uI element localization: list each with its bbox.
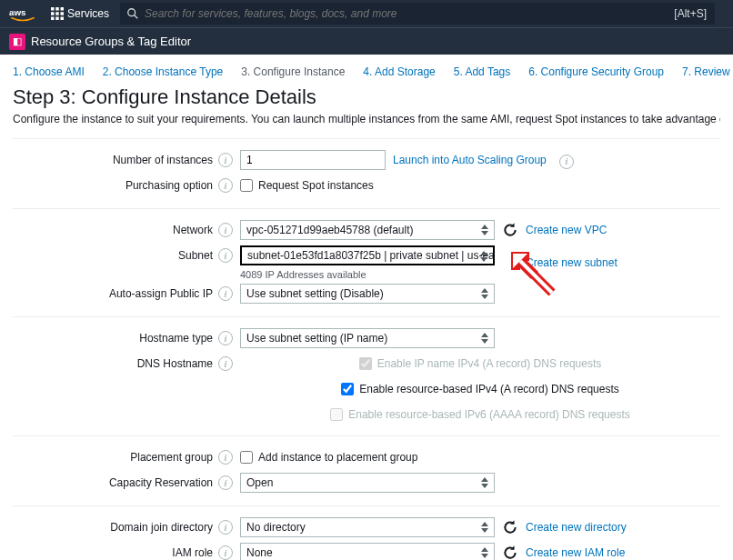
search-icon (126, 7, 139, 20)
info-icon[interactable]: i (559, 155, 574, 169)
info-icon[interactable]: i (218, 356, 233, 371)
wizard-step-1[interactable]: 1. Choose AMI (13, 65, 85, 78)
svg-rect-1 (51, 7, 55, 11)
svg-rect-4 (51, 12, 55, 15)
network-select[interactable]: vpc-051271d99aeb45788 (default) (240, 220, 495, 240)
wizard-step-6[interactable]: 6. Configure Security Group (528, 65, 664, 78)
create-directory-link[interactable]: Create new directory (526, 521, 627, 534)
spot-checkbox-label: Request Spot instances (258, 179, 374, 192)
dnshost-label: DNS Hostname (13, 354, 213, 370)
placement-checkbox[interactable] (240, 451, 253, 464)
placement-checkbox-wrap[interactable]: Add instance to placement group (240, 447, 417, 467)
global-search[interactable]: [Alt+S] (120, 3, 715, 25)
wizard-step-2[interactable]: 2. Choose Instance Type (103, 65, 224, 78)
spot-checkbox[interactable] (240, 179, 253, 192)
page-title: Step 3: Configure Instance Details (13, 85, 720, 109)
dns-opt1-label: Enable IP name IPv4 (A record) DNS reque… (377, 357, 602, 370)
aws-logo: aws (9, 5, 36, 22)
svg-point-10 (128, 9, 136, 16)
svg-text:aws: aws (9, 7, 26, 17)
create-iam-link[interactable]: Create new IAM role (526, 546, 625, 559)
dns-opt3-wrap: Enable resource-based IPv6 (AAAA record)… (330, 405, 629, 425)
svg-rect-6 (61, 12, 65, 15)
dns-opt3-checkbox (330, 408, 343, 421)
autoip-label: Auto-assign Public IP (13, 284, 213, 300)
wizard-step-5[interactable]: 5. Add Tags (454, 65, 511, 78)
placement-label: Placement group (13, 447, 213, 464)
autoip-select[interactable]: Use subnet setting (Disable) (240, 284, 495, 304)
purchasing-label: Purchasing option (13, 175, 213, 192)
iam-label: IAM role (13, 543, 213, 559)
network-label: Network (13, 220, 213, 236)
dns-opt2-checkbox[interactable] (341, 383, 354, 395)
info-icon[interactable]: i (218, 286, 233, 301)
info-icon[interactable]: i (218, 248, 233, 263)
dns-opt1-checkbox (359, 357, 372, 370)
resource-groups-icon: ◧ (9, 34, 25, 50)
refresh-icon[interactable] (502, 222, 518, 238)
subnet-select[interactable]: subnet-01e53fd1a8037f25b | private subne… (240, 245, 495, 265)
refresh-icon[interactable] (502, 519, 518, 535)
create-subnet-link[interactable]: Create new subnet (526, 256, 618, 269)
info-icon[interactable]: i (218, 475, 233, 490)
dns-opt2-wrap[interactable]: Enable resource-based IPv4 (A record) DN… (341, 379, 618, 399)
info-icon[interactable]: i (218, 153, 233, 167)
subnet-hint: 4089 IP Addresses available (240, 269, 495, 280)
wizard-step-3[interactable]: 3. Configure Instance (241, 65, 345, 78)
page-description: Configure the instance to suit your requ… (13, 113, 720, 125)
info-icon[interactable]: i (218, 520, 233, 535)
svg-rect-2 (55, 7, 59, 11)
info-icon[interactable]: i (218, 178, 233, 193)
spot-checkbox-wrap[interactable]: Request Spot instances (240, 175, 374, 195)
asg-link[interactable]: Launch into Auto Scaling Group (393, 154, 547, 166)
create-vpc-link[interactable]: Create new VPC (526, 224, 607, 236)
svg-rect-7 (51, 17, 55, 21)
num-instances-input[interactable] (240, 150, 386, 170)
global-nav: aws Services [Alt+S] (0, 0, 733, 27)
capres-select[interactable]: Open (240, 473, 495, 493)
hostname-label: Hostname type (13, 328, 213, 345)
main-content: Step 3: Configure Instance Details Confi… (0, 85, 733, 560)
service-subnav: ◧ Resource Groups & Tag Editor (0, 27, 733, 55)
capres-label: Capacity Reservation (13, 473, 213, 489)
subnet-label: Subnet (13, 245, 213, 262)
services-label: Services (67, 7, 109, 20)
iam-select[interactable]: None (240, 543, 495, 560)
wizard-step-7[interactable]: 7. Review (682, 65, 730, 78)
svg-rect-9 (61, 17, 65, 21)
svg-rect-8 (55, 17, 59, 21)
grid-icon (51, 7, 64, 20)
search-shortcut: [Alt+S] (674, 7, 707, 20)
refresh-icon[interactable] (502, 545, 518, 560)
dns-opt2-label: Enable resource-based IPv4 (A record) DN… (359, 383, 618, 395)
subnav-title: Resource Groups & Tag Editor (31, 35, 191, 48)
search-input[interactable] (145, 7, 674, 20)
svg-line-11 (135, 15, 138, 19)
svg-rect-3 (61, 7, 65, 11)
wizard-steps: 1. Choose AMI 2. Choose Instance Type 3.… (0, 55, 733, 85)
info-icon[interactable]: i (218, 545, 233, 560)
placement-checkbox-label: Add instance to placement group (258, 451, 417, 464)
dns-opt1-wrap: Enable IP name IPv4 (A record) DNS reque… (359, 354, 602, 374)
info-icon[interactable]: i (218, 450, 233, 465)
info-icon[interactable]: i (218, 223, 233, 237)
num-instances-label: Number of instances (13, 150, 213, 166)
svg-rect-5 (55, 12, 59, 15)
domainjoin-select[interactable]: No directory (240, 517, 495, 537)
wizard-step-4[interactable]: 4. Add Storage (363, 65, 435, 78)
services-menu[interactable]: Services (44, 5, 116, 22)
dns-opt3-label: Enable resource-based IPv6 (AAAA record)… (348, 408, 629, 421)
domainjoin-label: Domain join directory (13, 517, 213, 534)
info-icon[interactable]: i (218, 331, 233, 345)
hostname-select[interactable]: Use subnet setting (IP name) (240, 328, 495, 348)
